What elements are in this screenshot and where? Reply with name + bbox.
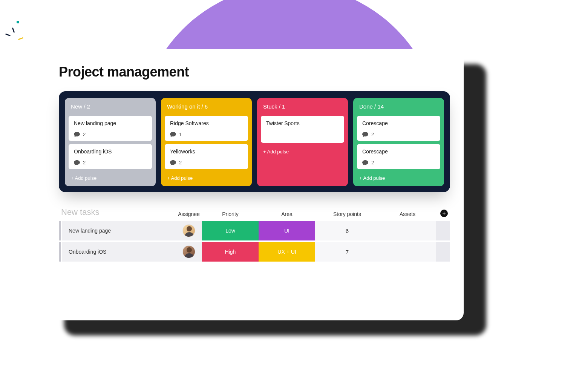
col-header-assignee: Assignee xyxy=(176,211,202,217)
card-title: Onboarding iOS xyxy=(74,149,147,155)
column-header: Stuck / 1 xyxy=(261,102,344,113)
comment-count: 2 xyxy=(371,160,374,165)
card-title: Corescape xyxy=(362,149,435,155)
task-name-cell[interactable]: New landing page xyxy=(62,221,176,240)
col-header-points: Story points xyxy=(315,211,379,217)
card-title: Yelloworks xyxy=(170,149,243,155)
card-comments[interactable]: 2 xyxy=(74,160,147,165)
avatar xyxy=(182,224,195,237)
comment-count: 1 xyxy=(179,132,182,137)
avatar xyxy=(182,245,195,258)
area-cell[interactable]: UI xyxy=(259,221,315,240)
column-header: Done / 14 xyxy=(357,102,440,113)
kanban-card[interactable]: New landing page 2 xyxy=(69,116,152,141)
plus-icon: + xyxy=(442,210,446,216)
points-cell[interactable]: 7 xyxy=(315,242,379,262)
column-title: Done xyxy=(359,103,373,110)
assets-cell[interactable] xyxy=(379,242,436,262)
comment-count: 2 xyxy=(371,132,374,137)
comment-icon xyxy=(362,132,368,137)
col-header-assets: Assets xyxy=(379,211,436,217)
tasks-section: New tasks Assignee Priority Area Story p… xyxy=(59,207,450,262)
column-count: 14 xyxy=(377,103,384,110)
column-sep: / xyxy=(201,103,204,110)
add-pulse-button[interactable]: + Add pulse xyxy=(69,172,152,182)
column-count: 2 xyxy=(87,103,90,110)
column-title: Stuck xyxy=(263,103,277,110)
kanban-card[interactable]: Onboarding iOS 2 xyxy=(69,144,152,169)
comment-icon xyxy=(362,160,368,165)
column-sep: / xyxy=(279,103,282,110)
kanban-board: New / 2 New landing page 2 Onboarding iO… xyxy=(59,91,450,192)
column-new: New / 2 New landing page 2 Onboarding iO… xyxy=(65,98,156,186)
column-working: Working on it / 6 Ridge Softwares 1 Yell… xyxy=(161,98,252,186)
add-pulse-button[interactable]: + Add pulse xyxy=(165,172,248,182)
priority-cell[interactable]: High xyxy=(202,242,259,262)
card-comments[interactable]: 2 xyxy=(362,160,435,165)
row-tail xyxy=(436,242,450,262)
col-header-priority: Priority xyxy=(202,211,259,217)
card-title: New landing page xyxy=(74,120,147,126)
sparkle-decoration xyxy=(5,21,28,43)
column-stuck: Stuck / 1 Twister Sports + Add pulse xyxy=(257,98,348,186)
row-handle[interactable] xyxy=(59,221,61,240)
card-title: Corescape xyxy=(362,120,435,126)
column-count: 6 xyxy=(205,103,208,110)
add-pulse-button[interactable]: + Add pulse xyxy=(357,172,440,182)
app-window: Project management New / 2 New landing p… xyxy=(45,49,464,320)
kanban-card[interactable]: Yelloworks 2 xyxy=(165,144,248,169)
card-title: Ridge Softwares xyxy=(170,120,243,126)
comment-count: 2 xyxy=(179,160,182,165)
task-name-cell[interactable]: Onboarding iOS xyxy=(62,242,176,262)
comment-count: 2 xyxy=(83,160,86,165)
add-column-button[interactable]: + xyxy=(440,210,448,217)
comment-icon xyxy=(170,160,176,165)
comment-count: 2 xyxy=(83,132,86,137)
task-row[interactable]: Onboarding iOS High UX + UI 7 xyxy=(59,242,450,262)
card-title: Twister Sports xyxy=(266,120,339,126)
column-title: Working on it xyxy=(167,103,200,110)
area-cell[interactable]: UX + UI xyxy=(259,242,315,262)
column-done: Done / 14 Corescape 2 Corescape xyxy=(353,98,444,186)
priority-cell[interactable]: Low xyxy=(202,221,259,240)
column-sep: / xyxy=(84,103,87,110)
column-title: New xyxy=(71,103,82,110)
tasks-section-title: New tasks xyxy=(59,207,176,217)
kanban-card[interactable]: Corescape 2 xyxy=(357,116,440,141)
card-comments[interactable]: 1 xyxy=(170,132,243,137)
page-title: Project management xyxy=(59,64,450,80)
row-handle[interactable] xyxy=(59,242,61,262)
column-header: New / 2 xyxy=(69,102,152,113)
col-header-area: Area xyxy=(259,211,315,217)
assets-cell[interactable] xyxy=(379,221,436,240)
comment-icon xyxy=(74,132,80,137)
card-comments[interactable]: 2 xyxy=(362,132,435,137)
column-count: 1 xyxy=(282,103,285,110)
comment-icon xyxy=(74,160,80,165)
kanban-card[interactable]: Corescape 2 xyxy=(357,144,440,169)
kanban-card[interactable]: Twister Sports xyxy=(261,116,344,143)
assignee-cell[interactable] xyxy=(176,242,202,262)
assignee-cell[interactable] xyxy=(176,221,202,240)
row-tail xyxy=(436,221,450,240)
column-header: Working on it / 6 xyxy=(165,102,248,113)
card-comments[interactable]: 2 xyxy=(74,132,147,137)
tasks-header-row: New tasks Assignee Priority Area Story p… xyxy=(59,207,450,217)
kanban-card[interactable]: Ridge Softwares 1 xyxy=(165,116,248,141)
card-comments[interactable]: 2 xyxy=(170,160,243,165)
add-pulse-button[interactable]: + Add pulse xyxy=(261,146,344,155)
points-cell[interactable]: 6 xyxy=(315,221,379,240)
col-header-add: + xyxy=(436,210,450,217)
comment-icon xyxy=(170,132,176,137)
task-row[interactable]: New landing page Low UI 6 xyxy=(59,221,450,240)
